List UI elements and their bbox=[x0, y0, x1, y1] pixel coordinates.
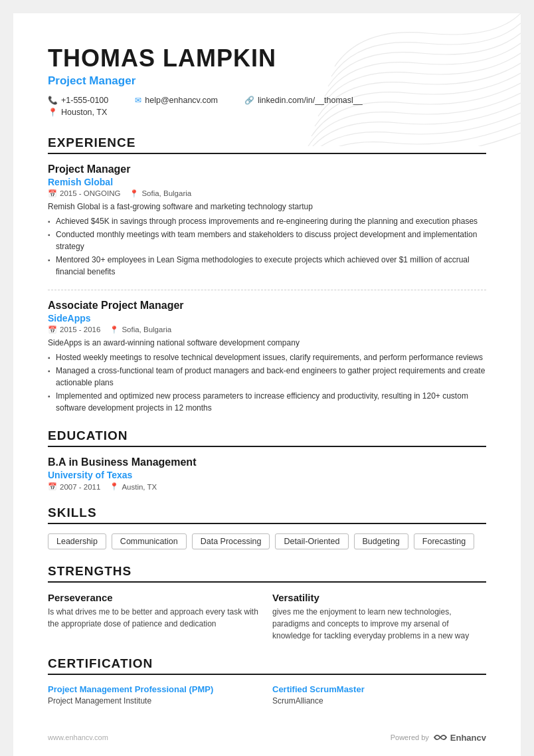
exp-title-1: Project Manager bbox=[48, 163, 486, 175]
exp-bullets-1: Achieved $45K in savings through process… bbox=[48, 215, 486, 278]
edu-meta-1: 📅 2007 - 2011 📍 Austin, TX bbox=[48, 482, 486, 491]
contact-row-1: 📞 +1-555-0100 ✉ help@enhancv.com 🔗 linke… bbox=[48, 96, 486, 105]
resume-page: THOMAS LAMPKIN Project Manager 📞 +1-555-… bbox=[13, 13, 521, 756]
exp-dates-1: 📅 2015 - ONGOING bbox=[48, 189, 120, 198]
exp-dates-2: 📅 2015 - 2016 bbox=[48, 326, 100, 334]
edu-school-1: University of Texas bbox=[48, 470, 486, 480]
exp-company-1: Remish Global bbox=[48, 177, 486, 187]
exp-title-2: Associate Project Manager bbox=[48, 300, 486, 312]
enhancv-logo-icon bbox=[433, 732, 448, 743]
strengths-section: STRENGTHS Perseverance Is what drives me… bbox=[48, 564, 486, 642]
cert-name-0: Project Management Professional (PMP) bbox=[48, 684, 262, 694]
contact-info: 📞 +1-555-0100 ✉ help@enhancv.com 🔗 linke… bbox=[48, 96, 486, 120]
exp-company-2: SideApps bbox=[48, 313, 486, 324]
exp-meta-1: 📅 2015 - ONGOING 📍 Sofia, Bulgaria bbox=[48, 189, 486, 198]
exp-location-2: 📍 Sofia, Bulgaria bbox=[110, 326, 171, 334]
linkedin-icon: 🔗 bbox=[244, 96, 254, 105]
location-icon: 📍 bbox=[48, 108, 58, 117]
location-icon-1: 📍 bbox=[130, 189, 139, 198]
certification-section-title: CERTIFICATION bbox=[48, 656, 486, 675]
exp-meta-2: 📅 2015 - 2016 📍 Sofia, Bulgaria bbox=[48, 326, 486, 334]
experience-entry-1: Project Manager Remish Global 📅 2015 - O… bbox=[48, 163, 486, 278]
enhancv-brand-name: Enhancv bbox=[450, 733, 486, 743]
exp-location-1: 📍 Sofia, Bulgaria bbox=[130, 189, 191, 198]
bullet-2-3: Implemented and optimized new process pa… bbox=[48, 390, 486, 414]
skills-list: Leadership Communication Data Processing… bbox=[48, 533, 486, 549]
strength-desc-1: gives me the enjoyment to learn new tech… bbox=[272, 606, 486, 642]
contact-location: 📍 Houston, TX bbox=[48, 108, 107, 117]
skill-tag-2: Data Processing bbox=[192, 533, 270, 549]
skill-tag-4: Budgeting bbox=[354, 533, 408, 549]
cert-item-1: Certified ScrumMaster ScrumAlliance bbox=[272, 684, 486, 706]
strength-item-1: Versatility gives me the enjoyment to le… bbox=[272, 592, 486, 642]
cert-name-1: Certified ScrumMaster bbox=[272, 684, 486, 694]
bullet-2-2: Managed a cross-functional team of produ… bbox=[48, 365, 486, 389]
contact-linkedin: 🔗 linkedin.com/in/__thomasl__ bbox=[244, 96, 363, 105]
strength-desc-0: Is what drives me to be better and appro… bbox=[48, 606, 262, 630]
location-icon-edu: 📍 bbox=[110, 482, 119, 491]
cert-grid: Project Management Professional (PMP) Pr… bbox=[48, 684, 486, 706]
skills-section: SKILLS Leadership Communication Data Pro… bbox=[48, 506, 486, 549]
bullet-1-1: Achieved $45K in savings through process… bbox=[48, 215, 486, 227]
skill-tag-1: Communication bbox=[112, 533, 187, 549]
skill-tag-0: Leadership bbox=[48, 533, 106, 549]
bullet-2-1: Hosted weekly meetings to resolve techni… bbox=[48, 351, 486, 363]
skill-tag-5: Forecasting bbox=[414, 533, 474, 549]
strengths-grid: Perseverance Is what drives me to be bet… bbox=[48, 592, 486, 642]
header: THOMAS LAMPKIN Project Manager 📞 +1-555-… bbox=[48, 45, 486, 120]
contact-row-2: 📍 Houston, TX bbox=[48, 108, 486, 117]
exp-bullets-2: Hosted weekly meetings to resolve techni… bbox=[48, 351, 486, 414]
calendar-icon-1: 📅 bbox=[48, 189, 57, 198]
enhancv-logo: Enhancv bbox=[433, 732, 486, 743]
education-entry-1: B.A in Business Management University of… bbox=[48, 456, 486, 491]
experience-section: EXPERIENCE Project Manager Remish Global… bbox=[48, 136, 486, 415]
strength-item-0: Perseverance Is what drives me to be bet… bbox=[48, 592, 262, 642]
edu-degree-1: B.A in Business Management bbox=[48, 456, 486, 468]
exp-divider bbox=[48, 290, 486, 290]
contact-phone: 📞 +1-555-0100 bbox=[48, 96, 108, 105]
strength-title-0: Perseverance bbox=[48, 592, 262, 603]
experience-section-title: EXPERIENCE bbox=[48, 136, 486, 154]
experience-entry-2: Associate Project Manager SideApps 📅 201… bbox=[48, 300, 486, 414]
exp-desc-1: Remish Global is a fast-growing software… bbox=[48, 201, 486, 213]
bullet-1-2: Conducted monthly meetings with team mem… bbox=[48, 229, 486, 252]
calendar-icon-2: 📅 bbox=[48, 326, 57, 334]
bullet-1-3: Mentored 30+ employees in Lean Sigma met… bbox=[48, 254, 486, 278]
education-section: EDUCATION B.A in Business Management Uni… bbox=[48, 428, 486, 491]
cert-issuer-1: ScrumAlliance bbox=[272, 696, 486, 706]
contact-email: ✉ help@enhancv.com bbox=[135, 96, 218, 105]
skills-section-title: SKILLS bbox=[48, 506, 486, 524]
candidate-title: Project Manager bbox=[48, 74, 486, 88]
cert-issuer-0: Project Management Institute bbox=[48, 696, 262, 706]
phone-icon: 📞 bbox=[48, 96, 58, 105]
cert-item-0: Project Management Professional (PMP) Pr… bbox=[48, 684, 262, 706]
calendar-icon-edu: 📅 bbox=[48, 482, 57, 491]
powered-by-label: Powered by bbox=[391, 733, 429, 741]
candidate-name: THOMAS LAMPKIN bbox=[48, 45, 486, 72]
certification-section: CERTIFICATION Project Management Profess… bbox=[48, 656, 486, 706]
email-icon: ✉ bbox=[135, 96, 141, 105]
exp-desc-2: SideApps is an award-winning national so… bbox=[48, 337, 486, 349]
edu-dates-1: 📅 2007 - 2011 bbox=[48, 482, 100, 491]
skill-tag-3: Detail-Oriented bbox=[275, 533, 348, 549]
strength-title-1: Versatility bbox=[272, 592, 486, 603]
footer: www.enhancv.com Powered by Enhancv bbox=[48, 732, 486, 743]
location-icon-2: 📍 bbox=[110, 326, 119, 334]
footer-brand: Powered by Enhancv bbox=[391, 732, 486, 743]
footer-website: www.enhancv.com bbox=[48, 733, 108, 741]
strengths-section-title: STRENGTHS bbox=[48, 564, 486, 583]
edu-location-1: 📍 Austin, TX bbox=[110, 482, 157, 491]
education-section-title: EDUCATION bbox=[48, 428, 486, 447]
